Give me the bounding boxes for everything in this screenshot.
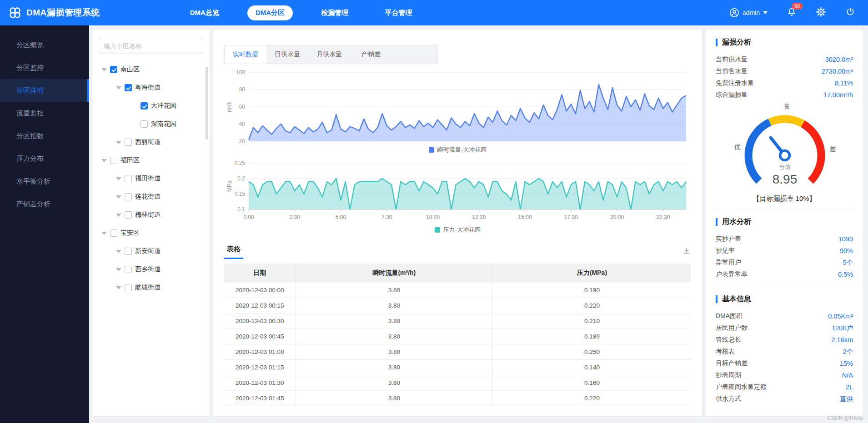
sidebar-item-7[interactable]: 产销差分析	[0, 193, 89, 215]
nav-tab-0[interactable]: DMA总览	[182, 5, 227, 20]
caret-down-icon[interactable]	[116, 214, 121, 217]
svg-text:0.25: 0.25	[235, 160, 246, 166]
tree-scrollbar[interactable]	[206, 67, 208, 139]
tree-checkbox[interactable]	[140, 120, 148, 128]
svg-text:100: 100	[236, 69, 245, 75]
table-cell: 2020-12-03 01:00	[224, 344, 296, 360]
caret-down-icon[interactable]	[116, 195, 121, 199]
info-value: 2个	[843, 348, 853, 356]
nav-tab-3[interactable]: 平台管理	[376, 5, 420, 20]
table-row: 2020-12-03 00:453.800.189	[224, 329, 691, 344]
tree-node-11[interactable]: 西乡街道	[99, 260, 203, 279]
caret-down-icon[interactable]	[116, 250, 121, 253]
tree-node-10[interactable]: 新安街道	[99, 242, 203, 260]
download-icon	[682, 246, 691, 255]
sidebar-item-6[interactable]: 水平衡分析	[0, 170, 89, 193]
tree-checkbox[interactable]	[125, 266, 132, 273]
info-row: 当前售水量2730.00m³	[716, 65, 853, 77]
tree-checkbox[interactable]	[125, 248, 132, 255]
chart-tab-1[interactable]: 日供水量	[266, 45, 308, 64]
sidebar-item-3[interactable]: 流量监控	[0, 102, 89, 124]
section-title-text: 用水分析	[722, 217, 751, 227]
svg-text:7:30: 7:30	[381, 214, 392, 220]
info-value: 90%	[840, 247, 853, 254]
tree-node-label: 粤海街道	[135, 84, 161, 92]
tree-node-5[interactable]: 福田区	[99, 151, 203, 169]
chart-tab-0[interactable]: 实时数据	[225, 45, 266, 64]
readings-table: 日期瞬时流量(m³/h)压力(MPa) 2020-12-03 00:003.80…	[224, 264, 691, 406]
caret-down-icon[interactable]	[116, 86, 121, 90]
search-input[interactable]	[99, 38, 203, 54]
info-value: 3020.0m³	[825, 56, 853, 63]
tree-checkbox[interactable]	[125, 211, 132, 219]
table-cell: 2020-12-03 00:00	[224, 283, 296, 298]
section-basic-info: 基本信息 DMA面积0.05Km²居民用户数1200户管线总长2.16km考核表…	[716, 287, 853, 405]
tree-node-label: 深南花园	[151, 120, 176, 128]
tree-node-2[interactable]: 大冲花园	[99, 97, 203, 115]
sidebar-item-4[interactable]: 分区指数	[0, 124, 89, 147]
tree-node-6[interactable]: 福田街道	[99, 169, 203, 188]
chart-tab-3[interactable]: 产销差	[350, 45, 392, 64]
sidebar-item-0[interactable]: 分区概览	[0, 34, 89, 56]
tree-node-label: 大冲花园	[151, 102, 176, 110]
table-cell: 2020-12-03 01:15	[224, 360, 296, 375]
info-label: 免费注册水量	[716, 79, 754, 87]
tree-checkbox[interactable]	[125, 193, 132, 200]
flow-chart-legend[interactable]: 瞬时流量-大冲花园	[224, 146, 691, 154]
tree-node-12[interactable]: 航城街道	[99, 279, 203, 297]
caret-down-icon[interactable]	[116, 268, 121, 271]
nav-tab-2[interactable]: 检漏管理	[313, 5, 356, 20]
tree-checkbox[interactable]	[140, 102, 148, 109]
tree-checkbox[interactable]	[125, 139, 132, 146]
caret-down-icon[interactable]	[116, 141, 121, 144]
table-column-header: 压力(MPa)	[493, 264, 691, 283]
sidebar-item-5[interactable]: 压力分布	[0, 147, 89, 170]
tree-checkbox[interactable]	[125, 84, 132, 91]
tree-node-7[interactable]: 莲花街道	[99, 188, 203, 206]
tab-table[interactable]: 表格	[224, 245, 243, 259]
tree-node-0[interactable]: 南山区	[99, 60, 203, 79]
tree-node-4[interactable]: 西丽街道	[99, 133, 203, 151]
logout-button[interactable]	[845, 7, 855, 19]
table-cell: 0.220	[493, 391, 691, 406]
info-label: 抄见率	[716, 247, 735, 255]
info-label: 当前供水量	[716, 55, 748, 64]
caret-down-icon[interactable]	[101, 232, 107, 235]
info-label: 居民用户数	[716, 324, 748, 332]
tree-node-label: 福田街道	[135, 174, 161, 183]
caret-down-icon[interactable]	[116, 286, 121, 289]
chart-tab-2[interactable]: 月供水量	[308, 45, 350, 64]
tree-checkbox[interactable]	[110, 157, 117, 164]
tree-node-9[interactable]: 宝安区	[99, 224, 203, 242]
table-cell: 3.80	[296, 391, 492, 406]
tree-node-8[interactable]: 梅林街道	[99, 206, 203, 224]
nav-tab-1[interactable]: DMA分区	[247, 5, 293, 20]
tree-checkbox[interactable]	[125, 284, 132, 291]
svg-text:MPa: MPa	[226, 180, 233, 192]
tree-node-3[interactable]: 深南花园	[99, 115, 203, 133]
table-row: 2020-12-03 01:453.800.220	[224, 391, 691, 406]
pressure-chart: 0.250.20.150.1MPa0:002:305:007:3010:0012…	[224, 159, 692, 223]
table-cell: 3.80	[296, 375, 492, 391]
tree-node-label: 新安街道	[135, 247, 161, 255]
title-accent-bar	[716, 295, 717, 303]
caret-down-icon[interactable]	[101, 68, 107, 71]
download-button[interactable]	[682, 246, 691, 257]
svg-text:良: 良	[784, 103, 790, 110]
section-title: 基本信息	[716, 294, 853, 304]
pressure-chart-legend[interactable]: 压力-大冲花园	[224, 226, 691, 234]
tree-checkbox[interactable]	[110, 229, 117, 237]
title-accent-bar	[716, 39, 717, 46]
tree-checkbox[interactable]	[110, 66, 117, 73]
caret-down-icon[interactable]	[101, 159, 107, 162]
table-cell: 3.80	[296, 298, 492, 314]
caret-down-icon[interactable]	[116, 177, 121, 180]
tree-checkbox[interactable]	[125, 175, 132, 182]
notifications-button[interactable]: 50	[787, 7, 797, 19]
sidebar-item-1[interactable]: 分区监控	[0, 56, 89, 79]
user-menu[interactable]: admin	[729, 8, 768, 18]
settings-button[interactable]	[816, 7, 826, 19]
info-label: DMA面积	[716, 312, 743, 320]
sidebar-item-2[interactable]: 分区详情	[0, 79, 89, 102]
tree-node-1[interactable]: 粤海街道	[99, 79, 203, 97]
